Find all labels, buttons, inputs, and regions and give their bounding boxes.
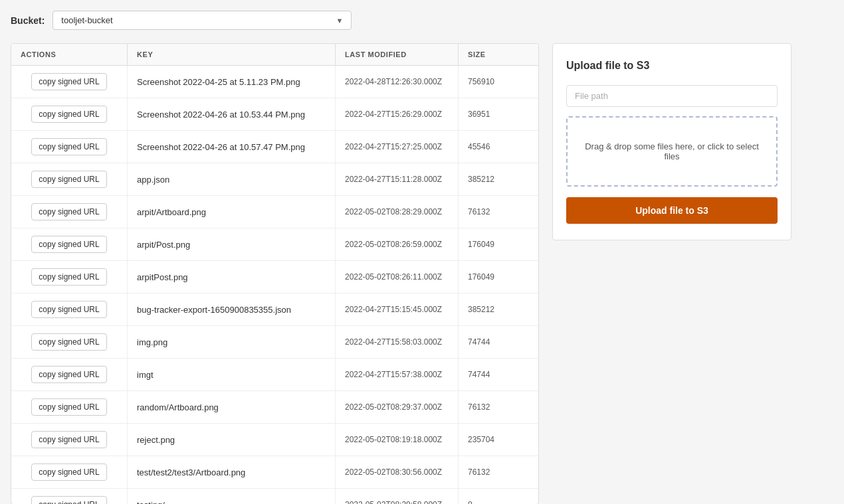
table-row: copy signed URL img.png 2022-04-27T15:58… bbox=[11, 326, 538, 359]
table-row: copy signed URL app.json 2022-04-27T15:1… bbox=[11, 163, 538, 196]
table-row: copy signed URL arpit/Post.png 2022-05-0… bbox=[11, 228, 538, 261]
table-row: copy signed URL arpit/Artboard.png 2022-… bbox=[11, 196, 538, 228]
copy-signed-url-button[interactable]: copy signed URL bbox=[31, 366, 106, 383]
cell-key-0: Screenshot 2022-04-25 at 5.11.23 PM.png bbox=[128, 66, 336, 98]
dropzone-text: Drag & drop some files here, or click to… bbox=[585, 141, 759, 161]
chevron-down-icon: ▼ bbox=[336, 17, 343, 25]
col-header-key: KEY bbox=[128, 44, 336, 65]
cell-key-11: reject.png bbox=[128, 424, 336, 456]
cell-size-7: 385212 bbox=[459, 294, 538, 325]
cell-size-0: 756910 bbox=[459, 66, 538, 98]
cell-size-11: 235704 bbox=[459, 424, 538, 456]
table-row: copy signed URL Screenshot 2022-04-25 at… bbox=[11, 66, 538, 98]
cell-actions-10: copy signed URL bbox=[11, 391, 128, 423]
cell-actions-12: copy signed URL bbox=[11, 456, 128, 488]
table-header: ACTIONS KEY LAST MODIFIED SIZE bbox=[11, 44, 538, 66]
table-row: copy signed URL arpitPost.png 2022-05-02… bbox=[11, 261, 538, 294]
cell-key-1: Screenshot 2022-04-26 at 10.53.44 PM.png bbox=[128, 98, 336, 130]
cell-modified-4: 2022-05-02T08:28:29.000Z bbox=[336, 196, 459, 228]
page-container: Bucket: tooljet-bucket ▼ ACTIONS KEY LAS… bbox=[0, 0, 844, 504]
copy-signed-url-button[interactable]: copy signed URL bbox=[31, 73, 106, 90]
table-row: copy signed URL test/test2/test3/Artboar… bbox=[11, 456, 538, 489]
copy-signed-url-button[interactable]: copy signed URL bbox=[31, 398, 106, 416]
cell-size-3: 385212 bbox=[459, 163, 538, 195]
files-table: ACTIONS KEY LAST MODIFIED SIZE copy sign… bbox=[11, 43, 539, 504]
cell-size-8: 74744 bbox=[459, 326, 538, 358]
upload-panel-title: Upload file to S3 bbox=[566, 60, 778, 72]
table-row: copy signed URL bug-tracker-export-16509… bbox=[11, 294, 538, 326]
cell-actions-6: copy signed URL bbox=[11, 261, 128, 293]
cell-key-12: test/test2/test3/Artboard.png bbox=[128, 456, 336, 488]
copy-signed-url-button[interactable]: copy signed URL bbox=[31, 268, 106, 286]
cell-modified-0: 2022-04-28T12:26:30.000Z bbox=[336, 66, 459, 98]
copy-signed-url-button[interactable]: copy signed URL bbox=[31, 431, 106, 448]
cell-key-5: arpit/Post.png bbox=[128, 228, 336, 260]
cell-actions-4: copy signed URL bbox=[11, 196, 128, 228]
copy-signed-url-button[interactable]: copy signed URL bbox=[31, 463, 106, 481]
cell-size-2: 45546 bbox=[459, 131, 538, 163]
cell-key-8: img.png bbox=[128, 326, 336, 358]
upload-button[interactable]: Upload file to S3 bbox=[566, 197, 778, 224]
file-dropzone[interactable]: Drag & drop some files here, or click to… bbox=[566, 116, 778, 187]
cell-size-6: 176049 bbox=[459, 261, 538, 293]
cell-actions-5: copy signed URL bbox=[11, 228, 128, 260]
cell-key-9: imgt bbox=[128, 359, 336, 390]
cell-modified-3: 2022-04-27T15:11:28.000Z bbox=[336, 163, 459, 195]
cell-actions-1: copy signed URL bbox=[11, 98, 128, 130]
cell-size-1: 36951 bbox=[459, 98, 538, 130]
cell-key-13: testing/ bbox=[128, 489, 336, 504]
cell-key-7: bug-tracker-export-1650900835355.json bbox=[128, 294, 336, 325]
cell-key-4: arpit/Artboard.png bbox=[128, 196, 336, 228]
cell-modified-7: 2022-04-27T15:15:45.000Z bbox=[336, 294, 459, 325]
cell-size-9: 74744 bbox=[459, 359, 538, 390]
file-path-input[interactable] bbox=[566, 85, 778, 107]
cell-size-4: 76132 bbox=[459, 196, 538, 228]
copy-signed-url-button[interactable]: copy signed URL bbox=[31, 171, 106, 188]
copy-signed-url-button[interactable]: copy signed URL bbox=[31, 106, 106, 123]
cell-modified-8: 2022-04-27T15:58:03.000Z bbox=[336, 326, 459, 358]
copy-signed-url-button[interactable]: copy signed URL bbox=[31, 138, 106, 155]
cell-modified-13: 2022-05-02T08:29:58.000Z bbox=[336, 489, 459, 504]
upload-panel: Upload file to S3 Drag & drop some files… bbox=[552, 43, 791, 240]
copy-signed-url-button[interactable]: copy signed URL bbox=[31, 203, 106, 220]
cell-actions-8: copy signed URL bbox=[11, 326, 128, 358]
table-row: copy signed URL testing/ 2022-05-02T08:2… bbox=[11, 489, 538, 504]
bucket-select-value: tooljet-bucket bbox=[61, 15, 112, 25]
cell-key-3: app.json bbox=[128, 163, 336, 195]
table-row: copy signed URL random/Artboard.png 2022… bbox=[11, 391, 538, 424]
copy-signed-url-button[interactable]: copy signed URL bbox=[31, 301, 106, 318]
cell-key-10: random/Artboard.png bbox=[128, 391, 336, 423]
table-row: copy signed URL Screenshot 2022-04-26 at… bbox=[11, 131, 538, 163]
table-row: copy signed URL imgt 2022-04-27T15:57:38… bbox=[11, 359, 538, 391]
table-row: copy signed URL Screenshot 2022-04-26 at… bbox=[11, 98, 538, 131]
cell-actions-0: copy signed URL bbox=[11, 66, 128, 98]
cell-modified-12: 2022-05-02T08:30:56.000Z bbox=[336, 456, 459, 488]
cell-size-10: 76132 bbox=[459, 391, 538, 423]
table-body: copy signed URL Screenshot 2022-04-25 at… bbox=[11, 66, 538, 504]
bucket-row: Bucket: tooljet-bucket ▼ bbox=[11, 11, 833, 30]
table-row: copy signed URL reject.png 2022-05-02T08… bbox=[11, 424, 538, 456]
cell-size-13: 0 bbox=[459, 489, 538, 504]
copy-signed-url-button[interactable]: copy signed URL bbox=[31, 236, 106, 253]
cell-actions-3: copy signed URL bbox=[11, 163, 128, 195]
cell-modified-5: 2022-05-02T08:26:59.000Z bbox=[336, 228, 459, 260]
bucket-label: Bucket: bbox=[11, 15, 45, 26]
main-content: ACTIONS KEY LAST MODIFIED SIZE copy sign… bbox=[11, 43, 833, 504]
cell-modified-9: 2022-04-27T15:57:38.000Z bbox=[336, 359, 459, 390]
cell-key-2: Screenshot 2022-04-26 at 10.57.47 PM.png bbox=[128, 131, 336, 163]
cell-actions-13: copy signed URL bbox=[11, 489, 128, 504]
bucket-select[interactable]: tooljet-bucket ▼ bbox=[53, 11, 352, 30]
copy-signed-url-button[interactable]: copy signed URL bbox=[31, 496, 106, 504]
cell-actions-11: copy signed URL bbox=[11, 424, 128, 456]
copy-signed-url-button[interactable]: copy signed URL bbox=[31, 333, 106, 351]
cell-size-5: 176049 bbox=[459, 228, 538, 260]
col-header-actions: ACTIONS bbox=[11, 44, 128, 65]
cell-actions-9: copy signed URL bbox=[11, 359, 128, 390]
cell-size-12: 76132 bbox=[459, 456, 538, 488]
cell-modified-6: 2022-05-02T08:26:11.000Z bbox=[336, 261, 459, 293]
cell-actions-2: copy signed URL bbox=[11, 131, 128, 163]
cell-modified-1: 2022-04-27T15:26:29.000Z bbox=[336, 98, 459, 130]
cell-key-6: arpitPost.png bbox=[128, 261, 336, 293]
cell-modified-10: 2022-05-02T08:29:37.000Z bbox=[336, 391, 459, 423]
cell-modified-2: 2022-04-27T15:27:25.000Z bbox=[336, 131, 459, 163]
